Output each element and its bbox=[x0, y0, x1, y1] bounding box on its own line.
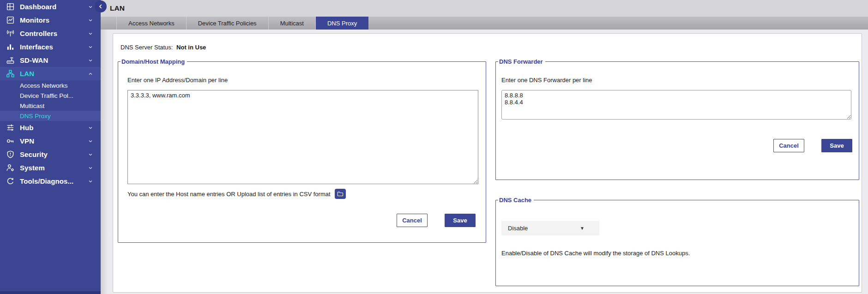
sidebar-subitem-device-traffic-policies[interactable]: Device Traffic Pol... bbox=[0, 90, 101, 101]
dns-forwarder-textarea[interactable]: 8.8.8.8 8.8.4.4 bbox=[501, 90, 851, 120]
chevron-down-icon bbox=[88, 125, 93, 131]
dns-forwarder-cancel-button[interactable]: Cancel bbox=[773, 139, 804, 152]
sidebar-subitem-dns-proxy[interactable]: DNS Proxy bbox=[0, 111, 101, 121]
dns-forwarder-buttons: Cancel Save bbox=[773, 139, 852, 152]
sidebar-item-monitors[interactable]: Monitors bbox=[0, 13, 101, 27]
sdwan-icon bbox=[6, 56, 15, 65]
chevron-down-icon bbox=[88, 31, 93, 36]
hub-icon bbox=[6, 123, 15, 132]
security-shield-icon bbox=[6, 150, 15, 159]
upload-csv-folder-icon[interactable] bbox=[335, 189, 346, 199]
domain-host-instruction: Enter one IP Address/Domain per line bbox=[127, 77, 228, 84]
sidebar-item-label: Monitors bbox=[20, 16, 49, 24]
domain-host-mapping-section: Domain/Host Mapping Enter one IP Address… bbox=[118, 58, 486, 243]
sidebar-item-label: Controllers bbox=[20, 30, 57, 37]
dns-cache-note: Enable/Disable of DNS Cache will modify … bbox=[501, 250, 690, 257]
sidebar-item-label: Security bbox=[20, 150, 48, 158]
dns-server-status: DNS Server Status: Not in Use bbox=[121, 44, 206, 51]
domain-host-save-button[interactable]: Save bbox=[445, 214, 476, 227]
chevron-down-icon bbox=[88, 18, 93, 23]
dns-forwarder-instruction: Enter one DNS Forwarder per line bbox=[501, 77, 592, 84]
tab-multicast[interactable]: Multicast bbox=[269, 17, 316, 30]
dns-forwarder-section: DNS Forwarder Enter one DNS Forwarder pe… bbox=[495, 58, 859, 180]
sidebar-item-label: LAN bbox=[20, 70, 34, 78]
tab-bar: Access Networks Device Traffic Policies … bbox=[101, 17, 868, 30]
dns-server-status-value: Not in Use bbox=[176, 44, 206, 51]
vpn-icon bbox=[6, 137, 15, 146]
sidebar-item-hub[interactable]: Hub bbox=[0, 121, 101, 134]
dns-forwarder-legend: DNS Forwarder bbox=[498, 58, 545, 65]
domain-host-cancel-button[interactable]: Cancel bbox=[397, 214, 428, 227]
sidebar-subitem-multicast[interactable]: Multicast bbox=[0, 101, 101, 111]
sidebar-item-tools-diagnostics[interactable]: Tools/Diagnos... bbox=[0, 174, 101, 188]
sidebar-item-dashboard[interactable]: Dashboard bbox=[0, 0, 101, 13]
sidebar-item-controllers[interactable]: Controllers bbox=[0, 27, 101, 40]
sidebar-item-label: System bbox=[20, 164, 45, 172]
chevron-left-icon bbox=[97, 3, 104, 10]
sidebar-item-security[interactable]: Security bbox=[0, 148, 101, 161]
sidebar-item-label: Hub bbox=[20, 124, 33, 132]
monitors-icon bbox=[6, 16, 15, 25]
dns-forwarder-save-button[interactable]: Save bbox=[821, 139, 852, 152]
sidebar-item-system[interactable]: System bbox=[0, 161, 101, 174]
sidebar-item-lan[interactable]: LAN bbox=[0, 67, 101, 80]
chevron-down-icon bbox=[88, 58, 93, 63]
domain-host-buttons: Cancel Save bbox=[397, 214, 476, 227]
chevron-up-icon bbox=[88, 71, 93, 77]
sidebar-item-interfaces[interactable]: Interfaces bbox=[0, 40, 101, 54]
sidebar-item-label: Tools/Diagnos... bbox=[20, 177, 73, 185]
sidebar-item-label: SD-WAN bbox=[20, 56, 48, 64]
lan-icon bbox=[6, 69, 15, 78]
csv-upload-note: You can enter the Host name entries OR U… bbox=[127, 191, 331, 198]
chevron-down-icon bbox=[88, 138, 93, 144]
tools-diagnostics-icon bbox=[6, 177, 15, 186]
page-header: LAN bbox=[101, 0, 868, 17]
sidebar-item-sdwan[interactable]: SD-WAN bbox=[0, 54, 101, 67]
tab-access-networks[interactable]: Access Networks bbox=[116, 17, 187, 30]
collapse-sidebar-button[interactable] bbox=[95, 0, 107, 12]
dashboard-icon bbox=[6, 2, 15, 12]
dropdown-caret-icon: ▼ bbox=[580, 226, 585, 231]
content-area: LAN Access Networks Device Traffic Polic… bbox=[101, 0, 868, 294]
controllers-icon bbox=[6, 29, 15, 38]
domain-host-textarea[interactable]: 3.3.3.3, www.ram.com bbox=[127, 90, 478, 184]
dns-cache-select[interactable]: Disable ▼ bbox=[501, 221, 599, 235]
domain-host-mapping-legend: Domain/Host Mapping bbox=[121, 58, 187, 65]
sidebar-item-label: VPN bbox=[20, 137, 34, 145]
page-title: LAN bbox=[110, 4, 125, 12]
content-panel: DNS Server Status: Not in Use Domain/Hos… bbox=[113, 33, 862, 293]
sidebar-bottom-strip bbox=[0, 291, 101, 294]
chevron-down-icon bbox=[88, 165, 93, 171]
system-user-gear-icon bbox=[6, 163, 15, 173]
chevron-down-icon bbox=[88, 4, 93, 10]
sidebar: Dashboard Monitors Controllers Interface… bbox=[0, 0, 101, 294]
tab-device-traffic-policies[interactable]: Device Traffic Policies bbox=[187, 17, 269, 30]
dns-cache-legend: DNS Cache bbox=[498, 197, 534, 204]
sidebar-item-label: Dashboard bbox=[20, 3, 56, 11]
chevron-down-icon bbox=[88, 44, 93, 50]
sidebar-item-vpn[interactable]: VPN bbox=[0, 134, 101, 148]
chevron-down-icon bbox=[88, 179, 93, 184]
dns-cache-section: DNS Cache Disable ▼ Enable/Disable of DN… bbox=[495, 197, 859, 286]
chevron-down-icon bbox=[88, 152, 93, 157]
dns-cache-selected-value: Disable bbox=[508, 225, 580, 232]
dns-server-status-label: DNS Server Status: bbox=[121, 44, 173, 51]
csv-upload-row: You can enter the Host name entries OR U… bbox=[127, 189, 346, 199]
sidebar-item-label: Interfaces bbox=[20, 43, 53, 51]
interfaces-icon bbox=[6, 42, 15, 52]
sidebar-subitem-access-networks[interactable]: Access Networks bbox=[0, 80, 101, 90]
tab-dns-proxy[interactable]: DNS Proxy bbox=[316, 17, 368, 30]
